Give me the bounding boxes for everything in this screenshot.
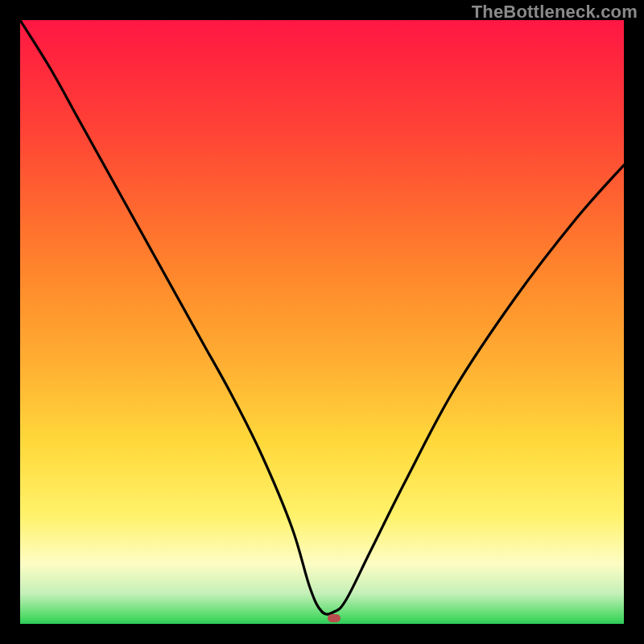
optimal-marker: [328, 614, 341, 622]
plot-area: [20, 20, 624, 624]
chart-frame: TheBottleneck.com: [0, 0, 644, 644]
bottleneck-curve: [20, 20, 624, 624]
